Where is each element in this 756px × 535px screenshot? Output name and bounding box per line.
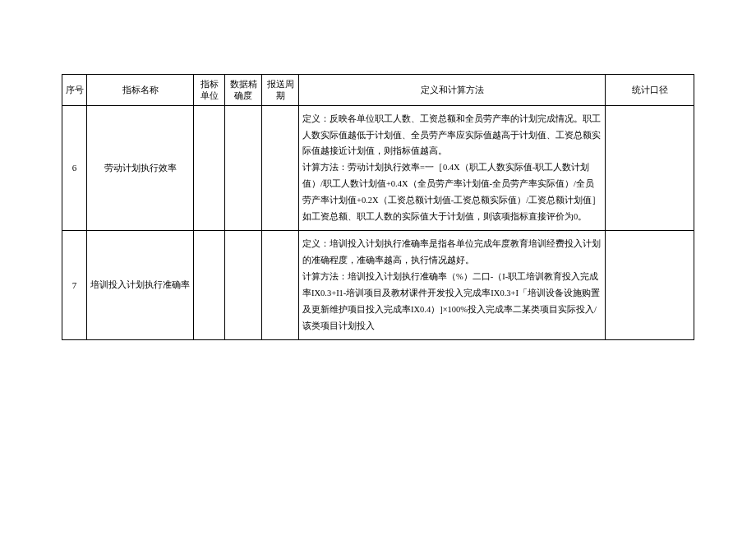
cell-seq: 7: [62, 231, 87, 340]
cell-name: 劳动计划执行效率: [87, 105, 194, 231]
table-row: 6 劳动计划执行效率 定义：反映各单位职工人数、工资总额和全员劳产率的计划完成情…: [62, 105, 694, 231]
cell-stat: [606, 231, 694, 340]
cell-definition: 定义：培训投入计划执行准确率是指各单位完成年度教育培训经费投入计划的准确程度，准…: [299, 231, 606, 340]
cell-precision: [225, 105, 262, 231]
header-stat: 统计口径: [606, 75, 694, 106]
cell-definition: 定义：反映各单位职工人数、工资总额和全员劳产率的计划完成情况。职工人数实际值越低…: [299, 105, 606, 231]
cell-cycle: [262, 105, 299, 231]
cell-cycle: [262, 231, 299, 340]
header-seq: 序号: [62, 75, 87, 106]
cell-unit: [194, 105, 225, 231]
header-cycle: 报送周期: [262, 75, 299, 106]
table-row: 7 培训投入计划执行准确率 定义：培训投入计划执行准确率是指各单位完成年度教育培…: [62, 231, 694, 340]
header-precision: 数据精确度: [225, 75, 262, 106]
header-name: 指标名称: [87, 75, 194, 106]
cell-seq: 6: [62, 105, 87, 231]
cell-stat: [606, 105, 694, 231]
cell-unit: [194, 231, 225, 340]
header-unit: 指标单位: [194, 75, 225, 106]
cell-precision: [225, 231, 262, 340]
header-definition: 定义和计算方法: [299, 75, 606, 106]
indicator-table: 序号 指标名称 指标单位 数据精确度 报送周期 定义和计算方法 统计口径 6 劳…: [62, 74, 694, 340]
table-header-row: 序号 指标名称 指标单位 数据精确度 报送周期 定义和计算方法 统计口径: [62, 75, 694, 106]
cell-name: 培训投入计划执行准确率: [87, 231, 194, 340]
